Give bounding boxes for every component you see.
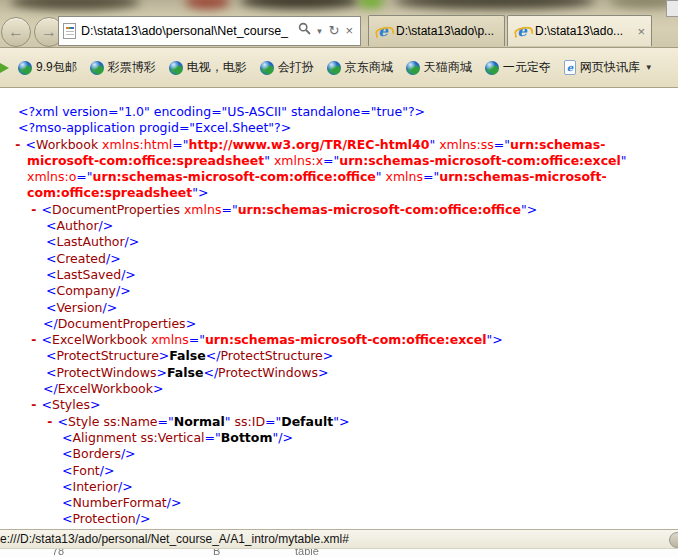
title-nav-bar: ← → ▼ ↻ × e D:\stata13\ado\p... e D:\sta… <box>0 0 678 48</box>
xml-markup: > <box>156 365 166 380</box>
xml-markup: =" <box>323 153 339 168</box>
xml-element: <Font/> <box>75 463 644 479</box>
xml-markup: < <box>62 446 72 461</box>
xml-markup: < <box>46 251 56 266</box>
xml-markup: =" <box>205 430 221 445</box>
xml-markup: =" <box>172 137 188 152</box>
back-button[interactable]: ← <box>1 17 31 47</box>
xml-name: Font <box>72 463 99 478</box>
background-text-fragment: table <box>295 548 319 557</box>
xml-children: <ProtectStructure>False</ProtectStructur… <box>59 348 644 381</box>
collapse-toggle-icon[interactable]: - <box>30 397 38 412</box>
xml-markup: > <box>492 332 502 347</box>
xml-markup: > <box>153 381 163 396</box>
xml-name: ProtectWindows <box>56 365 156 380</box>
search-icon[interactable] <box>295 17 314 45</box>
favorite-label: 京东商城 <box>345 59 393 76</box>
xml-namespace: xmlns <box>151 332 188 347</box>
favorites-bar-item[interactable]: 电视，电影 <box>169 59 247 76</box>
glass-reflection <box>395 0 595 9</box>
xml-name: Interior <box>72 479 118 494</box>
glass-reflection <box>240 0 360 9</box>
xml-markup: /> <box>100 463 115 478</box>
xml-close-tag: </DocumentProperties> <box>43 316 644 332</box>
favorites-bar-item[interactable]: 9.9包邮 <box>18 59 77 76</box>
xml-element: <Version/> <box>59 300 644 316</box>
xml-markup: > <box>198 185 208 200</box>
tab-inactive[interactable]: e D:\stata13\ado\p... <box>368 15 505 46</box>
ie-icon: e <box>514 23 530 39</box>
ie-icon: e <box>375 23 391 39</box>
globe-icon <box>406 61 420 75</box>
xml-value: Bottom <box>221 430 273 445</box>
xml-element: - <ExcelWorkbook xmlns="urn:schemas-micr… <box>43 332 644 397</box>
feeds-library-button[interactable]: 网页快讯库 ▼ <box>564 59 653 76</box>
favorites-bar-item[interactable]: 京东商城 <box>327 59 393 76</box>
collapse-toggle-icon[interactable]: - <box>14 137 22 152</box>
xml-markup: < <box>46 365 56 380</box>
favorites-add-icon[interactable] <box>0 61 12 75</box>
status-url: e:///D:/stata13/ado/personal/Net_course_… <box>0 532 349 546</box>
xml-value: Default <box>281 414 333 429</box>
xml-namespace: urn:schemas-microsoft-com:office:excel <box>339 153 621 168</box>
feeds-caret-icon: ▼ <box>645 63 653 72</box>
xml-markup: =" <box>158 414 174 429</box>
xml-markup: </ <box>43 381 58 396</box>
xml-processing-instruction: <?xml version="1.0" encoding="US-ASCII" … <box>27 104 644 120</box>
xml-namespace: http://www.w3.org/TR/REC-html40 <box>189 137 430 152</box>
xml-markup: /> <box>136 511 151 526</box>
back-icon: ← <box>8 23 24 40</box>
xml-markup: " <box>429 137 435 152</box>
tab-active[interactable]: e D:\stata13\ado... × <box>507 15 652 46</box>
favorites-bar-item[interactable]: 会打扮 <box>260 59 314 76</box>
xml-markup: /> <box>121 267 136 282</box>
xml-name: Version <box>56 300 102 315</box>
xml-markup: > <box>90 397 100 412</box>
favorites-bar-item[interactable]: 天猫商城 <box>406 59 472 76</box>
xml-namespace: xmlns:x <box>274 153 323 168</box>
xml-name: Workbook <box>36 137 98 152</box>
xml-name: ProtectStructure <box>220 348 322 363</box>
tab-label: D:\stata13\ado... <box>535 24 633 38</box>
favorites-bar-item[interactable]: 彩票博彩 <box>90 59 156 76</box>
web-slice-icon <box>564 60 576 75</box>
xml-markup: < <box>58 414 68 429</box>
xml-element: - <Style ss:Name="Normal" ss:ID="Default… <box>59 414 644 529</box>
tab-close-icon[interactable]: × <box>637 24 645 39</box>
xml-markup: < <box>62 511 72 526</box>
collapse-toggle-icon[interactable]: - <box>46 414 54 429</box>
xml-markup: /> <box>167 495 182 510</box>
xml-markup: > <box>159 348 169 363</box>
collapse-toggle-icon[interactable]: - <box>30 332 38 347</box>
xml-markup: =" <box>423 169 439 184</box>
address-input[interactable] <box>81 24 295 38</box>
xml-close-tag: </ExcelWorkbook> <box>43 381 644 397</box>
collapse-toggle-icon[interactable]: - <box>30 202 38 217</box>
xml-name: DocumentProperties <box>58 316 186 331</box>
favorites-bar-item[interactable]: 一元定夺 <box>485 59 551 76</box>
favorite-label: 天猫商城 <box>424 59 472 76</box>
xml-namespace: urn:schemas-microsoft-com:office:office <box>238 202 521 217</box>
xml-element: - <Styles>- <Style ss:Name="Normal" ss:I… <box>43 397 644 529</box>
status-zone-icon <box>669 532 678 548</box>
stop-icon[interactable]: × <box>342 17 356 45</box>
feeds-label: 网页快讯库 <box>580 59 640 76</box>
xml-name: NumberFormat <box>72 495 166 510</box>
xml-children: - <Style ss:Name="Normal" ss:ID="Default… <box>59 414 644 529</box>
search-dropdown-caret-icon[interactable]: ▼ <box>314 27 326 36</box>
glass-reflection <box>358 0 384 8</box>
favorites-items: 9.9包邮彩票博彩电视，电影会打扮京东商城天猫商城一元定夺 <box>18 59 564 76</box>
xml-markup: /> <box>121 446 136 461</box>
background-text-fragment: 78 <box>52 548 64 557</box>
xml-name: Alignment <box>72 430 136 445</box>
xml-markup: =" <box>189 332 205 347</box>
xml-markup: < <box>62 495 72 510</box>
xml-markup: > <box>318 365 328 380</box>
xml-name: ss:Name <box>103 414 157 429</box>
xml-markup: < <box>62 463 72 478</box>
xml-element: <Company/> <box>59 283 644 299</box>
favorite-label: 彩票博彩 <box>108 59 156 76</box>
refresh-icon[interactable]: ↻ <box>326 17 343 45</box>
address-bar[interactable]: ▼ ↻ × <box>58 16 361 46</box>
xml-markup: < <box>46 234 56 249</box>
